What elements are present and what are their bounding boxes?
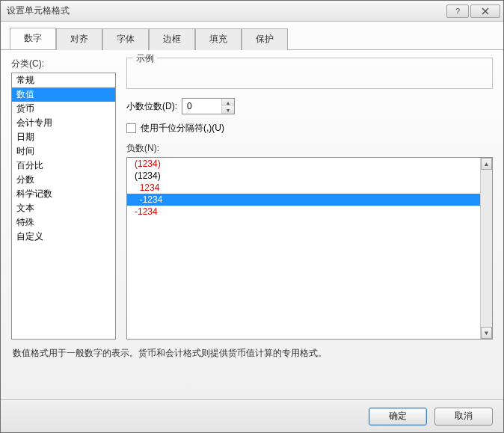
category-listbox[interactable]: 常规数值货币会计专用日期时间百分比分数科学记数文本特殊自定义 xyxy=(11,73,116,340)
category-item[interactable]: 时间 xyxy=(12,144,115,159)
category-item[interactable]: 特殊 xyxy=(12,215,115,230)
titlebar: 设置单元格格式 ? xyxy=(1,1,503,22)
window-title: 设置单元格格式 xyxy=(7,4,70,17)
negative-format-item[interactable]: -1234 xyxy=(127,194,492,206)
description-text: 数值格式用于一般数字的表示。货币和会计格式则提供货币值计算的专用格式。 xyxy=(11,340,493,392)
decimal-label: 小数位数(D): xyxy=(126,100,177,113)
category-item[interactable]: 分数 xyxy=(12,173,115,187)
category-item[interactable]: 日期 xyxy=(12,130,115,144)
tab-content: 分类(C): 常规数值货币会计专用日期时间百分比分数科学记数文本特殊自定义 示例… xyxy=(1,50,503,399)
close-button[interactable] xyxy=(470,4,500,18)
close-icon xyxy=(482,7,489,15)
settings-column: 示例 小数位数(D): ▲ ▼ 使用千位分隔符(,)(U) xyxy=(126,58,493,340)
thousand-sep-row: 使用千位分隔符(,)(U) xyxy=(126,122,493,135)
category-item[interactable]: 科学记数 xyxy=(12,187,115,201)
help-button[interactable]: ? xyxy=(446,4,469,18)
scroll-down-button[interactable]: ▼ xyxy=(481,327,492,339)
thousand-sep-label: 使用千位分隔符(,)(U) xyxy=(141,122,224,135)
tabstrip: 数字 对齐 字体 边框 填充 保护 xyxy=(1,22,503,50)
category-item[interactable]: 百分比 xyxy=(12,159,115,173)
titlebar-buttons: ? xyxy=(446,4,500,18)
spinner-buttons: ▲ ▼ xyxy=(221,99,234,114)
decimal-input[interactable] xyxy=(182,99,221,114)
negative-format-item[interactable]: 1234 xyxy=(127,182,492,194)
negative-format-item[interactable]: (1234) xyxy=(127,158,492,170)
decimal-row: 小数位数(D): ▲ ▼ xyxy=(126,98,493,114)
main-area: 分类(C): 常规数值货币会计专用日期时间百分比分数科学记数文本特殊自定义 示例… xyxy=(11,58,493,340)
tab-fill[interactable]: 填充 xyxy=(195,28,242,50)
thousand-sep-checkbox[interactable] xyxy=(126,123,136,133)
spinner-down-button[interactable]: ▼ xyxy=(222,106,234,114)
negative-listbox[interactable]: (1234)(1234) 1234 -1234-1234 ▲ ▼ xyxy=(126,157,493,340)
negative-format-item[interactable]: -1234 xyxy=(127,206,492,218)
category-item[interactable]: 会计专用 xyxy=(12,116,115,130)
button-bar: 确定 取消 xyxy=(1,399,503,432)
tab-alignment[interactable]: 对齐 xyxy=(56,28,102,50)
tab-border[interactable]: 边框 xyxy=(149,28,195,50)
sample-label: 示例 xyxy=(133,52,157,65)
tab-font[interactable]: 字体 xyxy=(102,28,149,50)
decimal-spinner[interactable]: ▲ ▼ xyxy=(182,98,235,114)
category-item[interactable]: 数值 xyxy=(12,87,115,102)
format-cells-dialog: 设置单元格格式 ? 数字 对齐 字体 边框 填充 保护 分类(C): 常规数值货… xyxy=(0,0,504,433)
cancel-button[interactable]: 取消 xyxy=(434,408,493,426)
category-item[interactable]: 自定义 xyxy=(12,230,115,244)
negative-label: 负数(N): xyxy=(126,142,493,155)
category-item[interactable]: 货币 xyxy=(12,102,115,116)
category-item[interactable]: 文本 xyxy=(12,201,115,215)
tab-number[interactable]: 数字 xyxy=(10,28,56,49)
negative-format-item[interactable]: (1234) xyxy=(127,170,492,182)
category-item[interactable]: 常规 xyxy=(12,73,115,87)
scrollbar[interactable]: ▲ ▼ xyxy=(480,158,492,339)
sample-box: 示例 xyxy=(126,58,493,89)
tab-protection[interactable]: 保护 xyxy=(242,28,288,50)
scroll-up-button[interactable]: ▲ xyxy=(481,158,492,170)
ok-button[interactable]: 确定 xyxy=(369,408,427,426)
category-column: 分类(C): 常规数值货币会计专用日期时间百分比分数科学记数文本特殊自定义 xyxy=(11,58,116,340)
category-label: 分类(C): xyxy=(11,58,116,70)
spinner-up-button[interactable]: ▲ xyxy=(222,99,234,106)
